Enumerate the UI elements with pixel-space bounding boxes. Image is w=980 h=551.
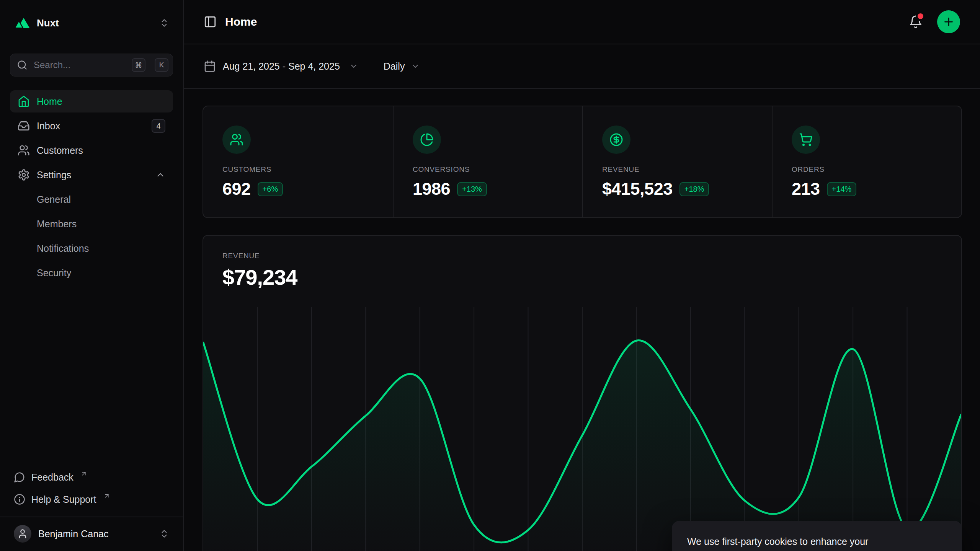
main-area: Home Aug 21, 2025 - Sep 4, 2025 (184, 0, 980, 551)
help-support-link[interactable]: Help & Support (10, 488, 173, 510)
revenue-card-label: REVENUE (222, 252, 942, 260)
chevron-down-icon (349, 62, 358, 71)
sidebar-item-label: Home (37, 96, 62, 107)
sidebar-spacer (10, 284, 173, 466)
sidebar-item-label: Settings (37, 170, 71, 181)
delta-badge: +6% (258, 182, 283, 196)
circle-dollar-icon (602, 126, 630, 154)
stat-label: CONVERSIONS (413, 165, 563, 174)
workspace-name: Nuxt (37, 17, 152, 29)
revenue-line-chart (203, 307, 961, 551)
notification-dot (918, 13, 923, 19)
info-icon (14, 494, 25, 505)
stat-label: CUSTOMERS (222, 165, 374, 174)
stats-row: CUSTOMERS 692 +6% CONVERSIONS 1986 +13% (203, 106, 962, 218)
chevron-up-icon (155, 170, 165, 180)
cookie-banner: We use first-party cookies to enhance yo… (672, 521, 962, 551)
feedback-link[interactable]: Feedback (10, 466, 173, 488)
sidebar-item-settings[interactable]: Settings (10, 164, 173, 186)
revenue-card-value: $79,234 (222, 265, 942, 290)
users-icon (18, 144, 30, 156)
external-link-icon (80, 470, 87, 477)
kbd-cmd: ⌘ (132, 58, 145, 72)
delta-badge: +13% (457, 182, 487, 196)
sidebar-item-customers[interactable]: Customers (10, 139, 173, 161)
sidebar-item-label: Customers (37, 145, 83, 156)
subitem-label: Security (37, 267, 71, 279)
sidebar-subitem-notifications[interactable]: Notifications (10, 237, 173, 259)
users-icon (222, 126, 251, 154)
delta-badge: +14% (827, 182, 857, 196)
sidebar-item-inbox[interactable]: Inbox 4 (10, 115, 173, 137)
search-input[interactable] (34, 60, 126, 70)
stat-label: ORDERS (792, 165, 942, 174)
stat-card-revenue: REVENUE $415,523 +18% (582, 106, 772, 217)
plus-icon (942, 16, 955, 28)
stat-value: 1986 (413, 179, 450, 199)
stat-value: $415,523 (602, 179, 673, 199)
stat-label: REVENUE (602, 165, 753, 174)
add-button[interactable] (937, 10, 960, 33)
avatar (14, 525, 31, 543)
footer-link-label: Feedback (31, 472, 74, 483)
sidebar: Nuxt ⌘ K Home Inb (0, 0, 184, 551)
chevrons-up-down-icon (159, 18, 169, 28)
header-actions (909, 10, 960, 33)
stat-card-orders: ORDERS 213 +14% (772, 106, 961, 217)
interval-select[interactable]: Daily (384, 61, 420, 72)
gear-icon (18, 169, 30, 181)
subitem-label: General (37, 194, 71, 205)
footer-link-label: Help & Support (31, 494, 96, 505)
notifications-button[interactable] (909, 15, 923, 29)
subitem-label: Notifications (37, 243, 89, 254)
interval-label: Daily (384, 61, 405, 72)
app-root: Nuxt ⌘ K Home Inb (0, 0, 980, 551)
date-range-label: Aug 21, 2025 - Sep 4, 2025 (223, 61, 340, 72)
pie-chart-icon (413, 126, 441, 154)
panel-left-icon[interactable] (204, 15, 217, 28)
dashboard-content: CUSTOMERS 692 +6% CONVERSIONS 1986 +13% (184, 89, 980, 551)
sidebar-nav: Home Inbox 4 Customers Settings (10, 90, 173, 284)
inbox-icon (18, 120, 30, 132)
user-section: Benjamin Canac (0, 517, 183, 551)
workspace-switcher[interactable]: Nuxt (10, 0, 173, 46)
sidebar-item-label: Inbox (37, 121, 60, 132)
sidebar-subitem-members[interactable]: Members (10, 213, 173, 235)
search-icon (17, 60, 28, 70)
external-link-icon (103, 492, 110, 499)
user-menu[interactable]: Benjamin Canac (10, 522, 173, 546)
sidebar-item-home[interactable]: Home (10, 90, 173, 112)
nuxt-logo-icon (14, 17, 30, 29)
sidebar-subitem-security[interactable]: Security (10, 262, 173, 284)
stat-card-customers: CUSTOMERS 692 +6% (203, 106, 393, 217)
page-header: Home (184, 0, 980, 44)
stat-value: 213 (792, 179, 820, 199)
home-icon (18, 95, 30, 108)
delta-badge: +18% (679, 182, 709, 196)
page-title: Home (225, 15, 257, 28)
chevron-down-icon (411, 62, 420, 71)
search-input-wrapper[interactable]: ⌘ K (10, 54, 173, 77)
shopping-cart-icon (792, 126, 820, 154)
cookie-message: We use first-party cookies to enhance yo… (687, 534, 909, 551)
sidebar-subitem-general[interactable]: General (10, 188, 173, 210)
inbox-count-badge: 4 (152, 119, 165, 133)
subitem-label: Members (37, 218, 77, 230)
calendar-icon (204, 60, 216, 72)
kbd-k: K (155, 58, 168, 72)
chevrons-up-down-icon (159, 529, 169, 539)
stat-value: 692 (222, 179, 251, 199)
user-name: Benjamin Canac (38, 528, 152, 540)
date-range-picker[interactable]: Aug 21, 2025 - Sep 4, 2025 (204, 60, 358, 72)
filters-toolbar: Aug 21, 2025 - Sep 4, 2025 Daily (184, 44, 980, 89)
message-circle-icon (14, 471, 25, 483)
stat-card-conversions: CONVERSIONS 1986 +13% (393, 106, 582, 217)
revenue-chart-card: REVENUE $79,234 (203, 235, 962, 551)
